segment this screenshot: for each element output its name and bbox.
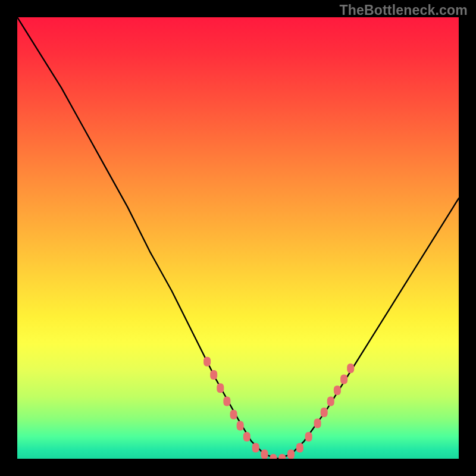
curve-marker [278,454,286,459]
curve-marker [237,421,244,430]
bottleneck-curve [17,17,459,459]
curve-marker [203,357,211,367]
chart-plot [17,17,459,459]
curve-marker [230,410,237,419]
watermark-text: TheBottleneck.com [339,2,468,18]
curve-marker [287,450,295,459]
curve-marker [314,419,321,428]
curve-marker [270,454,277,459]
curve-marker [223,397,230,406]
curve-marker [327,397,334,406]
curve-marker [321,408,328,417]
curve-marker [252,443,259,453]
curve-marker [243,432,250,441]
curve-marker [210,370,217,380]
curve-marker [296,443,303,453]
curve-marker [347,364,354,373]
curve-marker [305,432,312,441]
curve-markers [203,357,354,459]
curve-marker [340,374,347,384]
chart-frame [17,17,459,459]
curve-marker [217,383,224,393]
curve-marker [334,386,341,395]
curve-marker [261,450,268,459]
